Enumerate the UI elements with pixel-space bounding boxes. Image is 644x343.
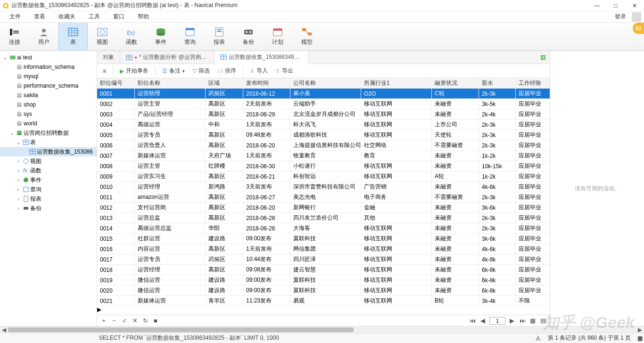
column-header[interactable]: 工作经验 (516, 78, 550, 89)
column-header[interactable]: 融资状况 (432, 78, 479, 89)
cell[interactable]: 广告营销 (361, 182, 432, 192)
cell[interactable]: 运营专员 (135, 254, 206, 265)
menu-窗口[interactable]: 窗口 (107, 12, 131, 22)
cell[interactable]: 应届毕业 (516, 182, 550, 192)
status-corner-icon[interactable]: ▦ (636, 335, 644, 342)
cell[interactable]: 未融资 (432, 265, 479, 275)
cell[interactable]: 2k-3k (479, 89, 516, 99)
cell[interactable]: 2k-4k (479, 109, 516, 120)
cell[interactable]: 社群运营 (135, 234, 206, 244)
cell[interactable]: 应届毕业 (516, 161, 550, 172)
cell[interactable]: 0003 (97, 109, 135, 120)
menu-工具[interactable]: 工具 (82, 12, 107, 22)
cell[interactable]: 移动互联网 (361, 234, 432, 244)
nav-query[interactable]: ›查询 (0, 185, 97, 194)
cell[interactable]: 应届毕业 (516, 223, 550, 234)
cell[interactable]: 10:44发布 (243, 254, 290, 265)
cell[interactable]: 未融资 (432, 286, 479, 296)
cell[interactable]: 4k-6k (479, 182, 516, 192)
cell[interactable]: 4k-6k (479, 244, 516, 254)
cell[interactable]: 应届毕业 (516, 286, 550, 296)
cell[interactable]: 不需要融资 (432, 192, 479, 203)
cell[interactable]: 产品/运营经理 (135, 109, 206, 120)
cell[interactable]: 捷云智慧 (290, 265, 361, 275)
cell[interactable]: 高新区 (206, 99, 243, 109)
cell[interactable]: 1k-2k (479, 151, 516, 161)
cell[interactable]: 0001 (97, 89, 135, 99)
cell[interactable]: C轮 (432, 89, 479, 99)
cell[interactable]: 未融资 (432, 99, 479, 109)
cell[interactable]: 应届毕业 (516, 130, 550, 140)
cell[interactable]: 0010 (97, 182, 135, 192)
nav-report[interactable]: ›报表 (0, 194, 97, 204)
cell[interactable]: 中和 (206, 120, 243, 130)
cell[interactable]: 4k-8k (479, 254, 516, 265)
toolbar-event-button[interactable]: 事件 (146, 23, 175, 50)
cell[interactable]: 未融资 (432, 109, 479, 120)
cell[interactable]: 2018-06-30 (243, 161, 290, 172)
sort-button[interactable]: ↓↑排序 (215, 66, 238, 76)
cell[interactable]: 科大讯飞 (290, 120, 361, 130)
cell[interactable]: 电子商务 (361, 192, 432, 203)
cell[interactable]: O2O (361, 89, 432, 99)
nav-db-sakila[interactable]: sakila (0, 90, 97, 100)
notification-badge[interactable]: 83 (633, 23, 644, 34)
cell[interactable]: 深圳市普赞科技有限公司 (290, 182, 361, 192)
tab-0[interactable]: 对象 (97, 51, 120, 64)
cell[interactable]: 应届毕业 (516, 99, 550, 109)
toolbar-model-button[interactable]: 模型 (292, 23, 322, 50)
cell[interactable]: 2天前发布 (243, 99, 290, 109)
cell[interactable]: 10k-15k (479, 161, 516, 172)
cell[interactable]: 应届毕业 (516, 244, 550, 254)
cell[interactable]: 移动互联网 (361, 130, 432, 140)
cell[interactable]: 微信运营 (135, 275, 206, 286)
cell[interactable]: 应届毕业 (516, 89, 550, 99)
cell[interactable]: 新媒体运营 (135, 296, 206, 306)
cell[interactable]: 0006 (97, 140, 135, 151)
cell[interactable]: 0017 (97, 254, 135, 265)
cell[interactable]: 移动互联网 (361, 223, 432, 234)
horizontal-scrollbar[interactable]: ◀ ▶ (0, 326, 644, 333)
menu-查看[interactable]: 查看 (27, 12, 52, 22)
cell[interactable]: 2k-3k (479, 213, 516, 223)
cell[interactable]: 高新区 (206, 203, 243, 213)
cell[interactable]: 3k-6k (479, 203, 516, 213)
cell[interactable]: 移动互联网 (361, 275, 432, 286)
cell[interactable]: 2018-06-20 (243, 203, 290, 213)
cell[interactable]: 2k-3k (479, 192, 516, 203)
cell[interactable]: 0009 (97, 172, 135, 182)
cell[interactable]: 支付运营岗 (135, 203, 206, 213)
cell[interactable]: 移动互联网 (361, 265, 432, 275)
cell[interactable]: 上市公司 (432, 120, 479, 130)
grid-view-icon[interactable]: ▦ (529, 317, 537, 325)
object-explorer[interactable]: ⌄ai testinformation_schemamysqlperforman… (0, 51, 97, 326)
nav-func[interactable]: ›fx函数 (0, 166, 97, 175)
cell[interactable]: 未融资 (432, 234, 479, 244)
cell[interactable]: 2018-06-26 (243, 223, 290, 234)
cell[interactable]: 2018-06-28 (243, 213, 290, 223)
cell[interactable]: 易观 (290, 296, 361, 306)
cell[interactable]: 3天前发布 (243, 182, 290, 192)
cell[interactable]: 6k-8k (479, 265, 516, 275)
cell[interactable]: 未融资 (432, 213, 479, 223)
cell[interactable]: 0014 (97, 223, 135, 234)
column-header[interactable]: 区域 (206, 78, 243, 89)
cell[interactable]: 3k-6k (479, 234, 516, 244)
cell[interactable]: 高新区 (206, 192, 243, 203)
cell[interactable]: 应届毕业 (516, 275, 550, 286)
cell[interactable]: 2k-3k (479, 130, 516, 140)
tab-2[interactable]: 运营数据收集_15308634928... (215, 51, 309, 64)
cell[interactable]: 2k-3k (479, 120, 516, 130)
nav-table-item[interactable]: 运营数据收集_153086 (0, 147, 97, 156)
toolbar-connect-button[interactable]: 连接 (0, 23, 29, 50)
cell[interactable]: 教育 (361, 151, 432, 161)
cell[interactable]: 不限 (516, 296, 550, 306)
cell[interactable]: 四川匠泽 (290, 254, 361, 265)
first-page-button[interactable]: ⏮ (469, 317, 476, 325)
cell[interactable]: 北京流金岁月成都分公司 (290, 109, 361, 120)
cell[interactable]: 未融资 (432, 182, 479, 192)
cell[interactable]: 运营实习生 (135, 172, 206, 182)
cell[interactable]: 2018-06-21 (243, 172, 290, 182)
maximize-button[interactable]: □ (606, 0, 625, 11)
cell[interactable]: 移动互联网 (361, 254, 432, 265)
